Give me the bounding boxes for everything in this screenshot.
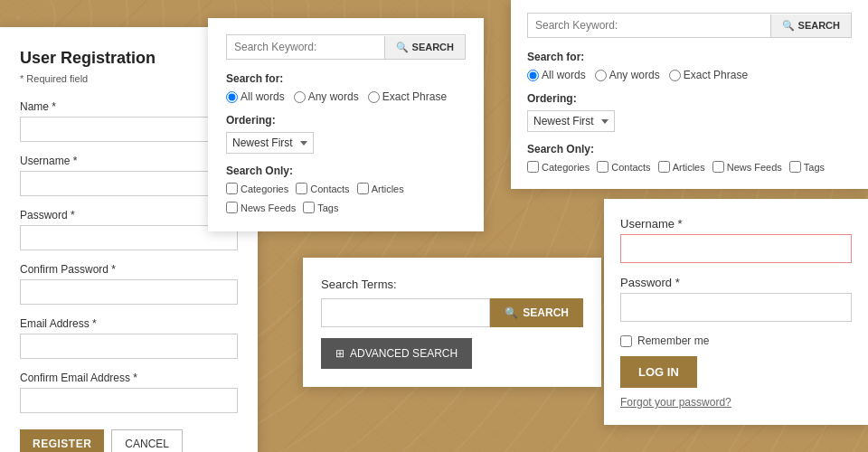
radio-exact-phrase[interactable]: Exact Phrase: [368, 90, 447, 103]
search-right-card: 🔍 SEARCH Search for: All words Any words…: [511, 0, 868, 189]
remember-row: Remember me: [620, 334, 852, 347]
email-field-group: Email Address *: [20, 317, 238, 359]
ordering-right-select[interactable]: Newest First: [527, 110, 615, 132]
username-field-group: Username *: [20, 155, 238, 196]
confirm-email-label: Confirm Email Address *: [20, 372, 238, 384]
search-right-input[interactable]: [528, 14, 770, 37]
search-right-for-label: Search for:: [527, 51, 852, 63]
search-right-input-row: 🔍 SEARCH: [527, 13, 852, 38]
advanced-search-button[interactable]: ⊞ ADVANCED SEARCH: [321, 338, 472, 369]
search-bottom-button[interactable]: 🔍 SEARCH: [490, 298, 583, 327]
login-password-label: Password *: [620, 276, 852, 289]
search-terms-input[interactable]: [321, 298, 490, 327]
name-input[interactable]: [20, 117, 238, 142]
email-input[interactable]: [20, 334, 238, 359]
confirm-password-label: Confirm Password *: [20, 263, 238, 276]
search-right-icon: 🔍: [782, 20, 795, 32]
password-field-group: Password *: [20, 209, 238, 250]
search-bottom-button-label: SEARCH: [523, 306, 569, 319]
search-right-button-label: SEARCH: [798, 20, 840, 31]
radio-all-words[interactable]: All words: [226, 90, 285, 103]
search-top-input[interactable]: [227, 35, 384, 59]
cb-newsfeeds[interactable]: News Feeds: [226, 202, 296, 213]
login-button[interactable]: LOG IN: [620, 356, 697, 388]
remember-checkbox[interactable]: [620, 335, 632, 347]
username-label: Username *: [20, 155, 238, 167]
radio-right-all-words[interactable]: All words: [527, 69, 586, 81]
cb-right-tags[interactable]: Tags: [789, 161, 825, 173]
search-only-options: Categories Contacts Articles News Feeds …: [226, 183, 466, 213]
registration-title: User Registration: [20, 49, 238, 68]
search-top-button[interactable]: 🔍 SEARCH: [384, 36, 465, 59]
radio-right-any-words[interactable]: Any words: [595, 69, 660, 81]
cb-right-contacts[interactable]: Contacts: [597, 161, 650, 173]
username-input[interactable]: [20, 171, 238, 196]
login-username-group: Username *: [620, 217, 852, 263]
password-input[interactable]: [20, 225, 238, 250]
search-right-for-options: All words Any words Exact Phrase: [527, 69, 852, 81]
ordering-right-row: Newest First: [527, 110, 852, 132]
confirm-password-field-group: Confirm Password *: [20, 263, 238, 305]
advanced-search-icon: ⊞: [335, 347, 344, 360]
cb-right-articles[interactable]: Articles: [658, 161, 705, 173]
form-actions: REGISTER CANCEL: [20, 429, 238, 452]
advanced-search-label: ADVANCED SEARCH: [350, 347, 458, 360]
search-terms-label: Search Terms:: [321, 278, 583, 291]
search-top-input-row: 🔍 SEARCH: [226, 34, 466, 60]
ordering-row: Newest First: [226, 132, 466, 154]
login-password-input[interactable]: [620, 293, 852, 322]
cb-right-newsfeeds[interactable]: News Feeds: [712, 161, 782, 173]
cb-categories[interactable]: Categories: [226, 183, 288, 194]
forgot-password-link[interactable]: Forgot your password?: [620, 396, 731, 409]
name-field-group: Name *: [20, 100, 238, 142]
search-bottom-card: Search Terms: 🔍 SEARCH ⊞ ADVANCED SEARCH: [303, 258, 601, 387]
ordering-right-label: Ordering:: [527, 92, 852, 105]
search-top-card: 🔍 SEARCH Search for: All words Any words…: [208, 18, 484, 231]
login-card: Username * Password * Remember me LOG IN…: [604, 199, 868, 425]
cb-articles[interactable]: Articles: [357, 183, 404, 194]
search-for-options: All words Any words Exact Phrase: [226, 90, 466, 103]
login-password-group: Password *: [620, 276, 852, 322]
cb-right-categories[interactable]: Categories: [527, 161, 590, 173]
name-label: Name *: [20, 100, 238, 113]
search-terms-row: 🔍 SEARCH: [321, 298, 583, 327]
remember-label: Remember me: [637, 334, 709, 347]
radio-any-words[interactable]: Any words: [294, 90, 359, 103]
search-right-button[interactable]: 🔍 SEARCH: [770, 14, 851, 37]
cancel-button[interactable]: CANCEL: [111, 429, 183, 452]
search-top-button-label: SEARCH: [412, 42, 454, 52]
email-label: Email Address *: [20, 317, 238, 330]
cb-contacts[interactable]: Contacts: [296, 183, 349, 194]
ordering-select[interactable]: Newest First: [226, 132, 314, 154]
confirm-password-input[interactable]: [20, 279, 238, 305]
search-bottom-icon: 🔍: [505, 306, 518, 319]
login-username-label: Username *: [620, 217, 852, 231]
radio-right-exact-phrase[interactable]: Exact Phrase: [669, 69, 748, 81]
ordering-label: Ordering:: [226, 114, 466, 127]
password-label: Password *: [20, 209, 238, 221]
search-icon: 🔍: [396, 42, 409, 53]
register-button[interactable]: REGISTER: [20, 429, 104, 452]
search-right-only-label: Search Only:: [527, 143, 852, 155]
cb-tags[interactable]: Tags: [303, 202, 338, 213]
search-only-label: Search Only:: [226, 165, 466, 177]
search-for-label: Search for:: [226, 72, 466, 85]
login-username-input[interactable]: [620, 234, 852, 263]
confirm-email-field-group: Confirm Email Address *: [20, 372, 238, 413]
confirm-email-input[interactable]: [20, 388, 238, 413]
required-note: * Required field: [20, 73, 238, 84]
search-right-only-options: Categories Contacts Articles News Feeds …: [527, 161, 852, 173]
